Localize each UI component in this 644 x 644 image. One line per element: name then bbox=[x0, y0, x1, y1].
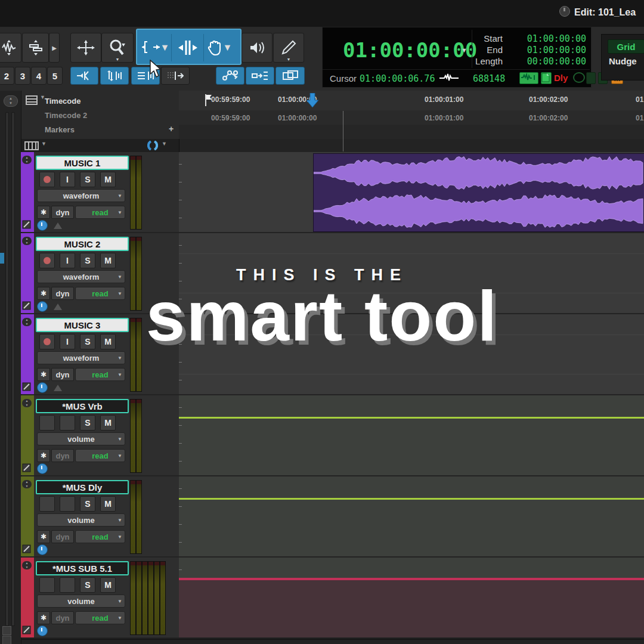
selector-tool-button[interactable] bbox=[172, 34, 204, 61]
zoom-expand-arrow[interactable]: ▶ bbox=[49, 33, 60, 63]
track-view-selector[interactable]: volume▼ bbox=[37, 513, 125, 527]
track-scroll-button[interactable]: ▲▼ bbox=[4, 95, 18, 107]
bottom-tool-icon[interactable] bbox=[2, 626, 11, 635]
track-name[interactable]: MUSIC 1 bbox=[36, 156, 129, 170]
timebase-clock-icon[interactable] bbox=[37, 626, 48, 636]
add-marker-button[interactable]: + bbox=[169, 124, 174, 134]
record-enable-button[interactable] bbox=[39, 415, 55, 431]
track-name[interactable]: *MUS Vrb bbox=[36, 399, 129, 413]
elastic-audio-button[interactable]: ✱ bbox=[37, 368, 50, 381]
dyn-plugin-button[interactable]: dyn bbox=[51, 368, 74, 381]
audio-zoom-button[interactable] bbox=[0, 33, 21, 63]
track-view-selector[interactable]: volume▼ bbox=[37, 595, 125, 608]
zoom-preset-5[interactable]: 5 bbox=[47, 67, 63, 85]
track-name[interactable]: *MUS Dly bbox=[36, 480, 129, 494]
elastic-audio-button[interactable]: ✱ bbox=[37, 611, 50, 624]
chevron-down-icon[interactable]: ▼ bbox=[41, 141, 47, 147]
scrubber-tool-button[interactable] bbox=[242, 33, 273, 63]
track-height-button[interactable]: ▲▼ bbox=[22, 399, 32, 407]
input-monitor-button[interactable] bbox=[60, 496, 75, 512]
automation-line[interactable] bbox=[179, 417, 644, 419]
automation-mode-selector[interactable]: read▼ bbox=[75, 611, 125, 624]
automation-mode-selector[interactable]: read▼ bbox=[75, 206, 125, 219]
record-enable-button[interactable] bbox=[39, 172, 55, 187]
ruler-timecode2-label[interactable]: Timecode 2 bbox=[45, 111, 87, 120]
timebase-clock-icon[interactable] bbox=[37, 463, 48, 474]
mute-button[interactable]: M bbox=[100, 577, 116, 593]
link-track-edit-selection-button[interactable] bbox=[246, 67, 274, 85]
timebase-clock-icon[interactable] bbox=[37, 220, 48, 231]
timebase-clock-icon[interactable] bbox=[37, 544, 48, 555]
dyn-plugin-button[interactable]: dyn bbox=[51, 206, 74, 219]
track-lane[interactable] bbox=[179, 152, 644, 232]
timebase-clock-icon[interactable] bbox=[37, 382, 48, 393]
mute-button[interactable]: M bbox=[100, 415, 116, 431]
audio-clip[interactable] bbox=[313, 153, 644, 232]
track-name[interactable]: *MUS SUB 5.1 bbox=[36, 561, 129, 575]
grabber-tool-button[interactable]: ▼ bbox=[204, 34, 236, 61]
automation-follows-edit-button[interactable] bbox=[275, 67, 305, 85]
ruler-list-icon[interactable] bbox=[26, 95, 39, 105]
track-height-button[interactable]: ▲▼ bbox=[22, 561, 32, 569]
automation-line[interactable] bbox=[179, 498, 644, 500]
track-lane[interactable] bbox=[179, 476, 644, 556]
freeze-icon[interactable] bbox=[22, 463, 31, 472]
automation-mode-selector[interactable]: read▼ bbox=[75, 368, 125, 381]
mirrored-midi-editing-button[interactable] bbox=[100, 67, 129, 85]
scrollbar-track[interactable] bbox=[11, 112, 15, 626]
scrollbar-track[interactable] bbox=[5, 112, 9, 626]
zoomer-tool-button[interactable]: ▼ bbox=[101, 33, 134, 63]
selection-start-value[interactable]: 01:00:00:00 bbox=[509, 33, 586, 44]
automation-mode-selector[interactable]: read▼ bbox=[75, 449, 125, 462]
record-enable-button[interactable] bbox=[39, 577, 55, 593]
dyn-plugin-button[interactable]: dyn bbox=[51, 530, 74, 543]
chevron-down-icon[interactable]: ▼ bbox=[162, 141, 167, 147]
timeline-insertion-icon[interactable] bbox=[519, 72, 538, 84]
bottom-tool-icon[interactable] bbox=[2, 636, 11, 644]
playhead-marker-icon[interactable] bbox=[305, 93, 320, 109]
input-monitor-button[interactable] bbox=[60, 415, 75, 431]
trim-tool-button[interactable]: ▼ bbox=[140, 34, 172, 61]
delay-compensation-indicator[interactable]: Dly bbox=[554, 73, 568, 83]
zoom-preset-2[interactable]: 2 bbox=[0, 67, 14, 85]
track-lane[interactable] bbox=[179, 395, 644, 475]
main-counter[interactable]: 01:00:00:00 bbox=[343, 38, 477, 62]
clip-zoom-button[interactable] bbox=[22, 33, 49, 63]
track-lane[interactable] bbox=[179, 558, 644, 637]
solo-button[interactable]: S bbox=[80, 172, 95, 187]
nudge-label[interactable]: Nudge bbox=[609, 56, 637, 66]
selection-length-value[interactable]: 00:00:00:00 bbox=[509, 56, 586, 67]
mute-button[interactable]: M bbox=[100, 496, 116, 512]
pencil-tool-button[interactable]: ▼ bbox=[273, 33, 304, 63]
insertion-follows-playback-button[interactable] bbox=[161, 67, 190, 85]
zoom-preset-4[interactable]: 4 bbox=[31, 67, 47, 85]
elastic-audio-button[interactable]: ✱ bbox=[37, 530, 50, 543]
track-name[interactable]: MUSIC 2 bbox=[36, 237, 129, 251]
track-view-selector[interactable]: waveform▼ bbox=[37, 189, 125, 202]
track-list-columns-icon[interactable] bbox=[24, 141, 39, 150]
freeze-icon[interactable] bbox=[22, 220, 31, 229]
zoom-preset-3[interactable]: 3 bbox=[15, 67, 30, 85]
ruler-timecode-label[interactable]: Timecode bbox=[45, 97, 80, 106]
freeze-icon[interactable] bbox=[22, 544, 31, 553]
record-enable-button[interactable] bbox=[39, 496, 55, 512]
track-view-selector[interactable]: volume▼ bbox=[37, 432, 125, 445]
track-height-button[interactable]: ▲▼ bbox=[22, 156, 32, 164]
automation-mode-selector[interactable]: read▼ bbox=[75, 530, 125, 543]
ruler-markers-label[interactable]: Markers bbox=[45, 125, 75, 134]
selection-end-value[interactable]: 01:00:00:00 bbox=[509, 45, 586, 55]
freeze-icon[interactable] bbox=[22, 626, 31, 634]
link-timeline-edit-selection-button[interactable] bbox=[216, 67, 244, 85]
input-monitor-button[interactable] bbox=[60, 577, 75, 593]
elastic-audio-button[interactable]: ✱ bbox=[37, 449, 50, 462]
dyn-plugin-button[interactable]: dyn bbox=[51, 449, 74, 462]
tab-to-transient-button[interactable] bbox=[70, 67, 98, 85]
solo-button[interactable]: S bbox=[80, 496, 95, 512]
grid-mode-button[interactable]: Grid bbox=[608, 39, 644, 54]
automation-line[interactable] bbox=[179, 578, 644, 580]
session-file-icon[interactable] bbox=[541, 72, 552, 84]
timeline-rulers[interactable]: 00:59:59:00 01:00:00:00 01:00:01:00 01:0… bbox=[179, 91, 644, 139]
freeze-icon[interactable] bbox=[22, 382, 31, 391]
edit-group-icon[interactable] bbox=[147, 141, 158, 150]
track-height-button[interactable]: ▲▼ bbox=[22, 237, 32, 245]
